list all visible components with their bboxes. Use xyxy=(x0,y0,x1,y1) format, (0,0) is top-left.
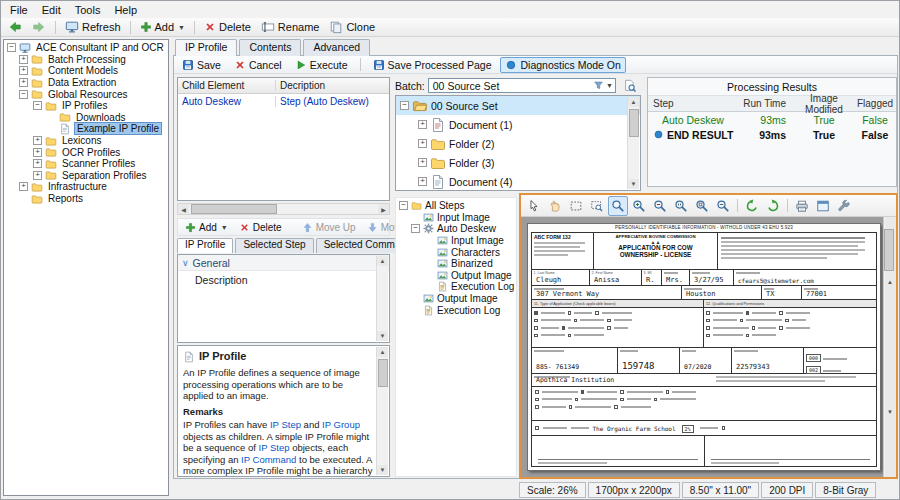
child-table-row[interactable]: Auto Deskew Step (Auto Deskew) xyxy=(178,94,389,108)
scroll-thumb[interactable] xyxy=(884,229,894,271)
nav-item-infrastructure[interactable]: Infrastructure xyxy=(4,181,168,193)
tab-ip-profile[interactable]: IP Profile xyxy=(175,39,237,56)
cancel-button[interactable]: Cancel xyxy=(230,58,286,72)
step-item-auto-deskew[interactable]: Auto Deskew xyxy=(396,223,516,235)
tree-expander[interactable] xyxy=(418,139,427,148)
batch-item-document-1[interactable]: Document (1) xyxy=(396,115,640,134)
scroll-up-arrow[interactable]: ▲ xyxy=(377,347,388,357)
scroll-right-arrow[interactable]: ▶ xyxy=(378,204,389,214)
step-item-all-steps[interactable]: All Steps xyxy=(396,200,516,212)
rename-button[interactable]: Rename xyxy=(257,19,324,35)
nav-item-data-extraction[interactable]: Data Extraction xyxy=(4,77,168,89)
nav-item-downloads[interactable]: Downloads xyxy=(4,112,168,124)
tree-expander[interactable] xyxy=(418,177,427,186)
nav-item-root[interactable]: ACE Consultant IP and OCR xyxy=(4,42,168,54)
tab-edit-ip-profile[interactable]: IP Profile xyxy=(177,238,233,253)
nav-item-ip-profiles[interactable]: IP Profiles xyxy=(4,100,168,112)
rotate-left-button[interactable] xyxy=(742,196,762,216)
tree-expander[interactable] xyxy=(19,78,28,87)
batch-item-folder-2[interactable]: Folder (2) xyxy=(396,134,640,153)
link-ip-step-2[interactable]: IP Step xyxy=(259,442,290,453)
tab-contents[interactable]: Contents xyxy=(239,39,301,56)
step-item-output-image[interactable]: Output Image xyxy=(396,293,516,305)
zoom-actual-button[interactable] xyxy=(671,196,691,216)
nav-item-lexicons[interactable]: Lexicons xyxy=(4,135,168,147)
pointer-tool-button[interactable] xyxy=(524,196,544,216)
execute-button[interactable]: Execute xyxy=(291,58,352,72)
tree-expander[interactable] xyxy=(399,201,408,210)
select-region-button[interactable] xyxy=(566,196,586,216)
zoom-in-button[interactable] xyxy=(629,196,649,216)
tree-expander[interactable] xyxy=(400,101,409,110)
tree-expander[interactable] xyxy=(33,136,42,145)
batch-item-source-set[interactable]: 00 Source Set xyxy=(396,96,640,115)
scroll-thumb[interactable] xyxy=(191,204,277,214)
menu-file[interactable]: File xyxy=(3,3,35,17)
save-button[interactable]: Save xyxy=(178,58,225,72)
tree-expander[interactable] xyxy=(33,171,42,180)
viewer-canvas[interactable]: PERSONALLY IDENTIFIABLE INFORMATION - WI… xyxy=(521,217,884,477)
tree-expander[interactable] xyxy=(33,148,42,157)
property-description[interactable]: Description xyxy=(178,271,389,286)
nav-item-ocr-profiles[interactable]: OCR Profiles xyxy=(4,146,168,158)
tree-expander[interactable] xyxy=(19,66,28,75)
link-ip-command[interactable]: IP Command xyxy=(241,454,296,465)
magnifier-tool-button[interactable] xyxy=(608,196,628,216)
batch-combo[interactable]: 00 Source Set▼ xyxy=(428,78,616,93)
nav-item-content-models[interactable]: Content Models xyxy=(4,65,168,77)
result-row-auto-deskew[interactable]: Auto Deskew 93ms True False xyxy=(648,112,896,127)
window-button[interactable] xyxy=(813,196,833,216)
property-section-general[interactable]: ∨General xyxy=(178,255,389,271)
property-grid-scrollbar[interactable]: ▲▼ xyxy=(376,256,388,341)
menu-tools[interactable]: Tools xyxy=(68,3,108,17)
tree-expander[interactable] xyxy=(7,43,16,52)
menu-help[interactable]: Help xyxy=(107,3,144,17)
scroll-down-arrow[interactable]: ▼ xyxy=(377,331,388,341)
step-item-execution-log[interactable]: Execution Log xyxy=(396,304,516,316)
scroll-thumb[interactable] xyxy=(629,109,639,137)
tree-expander[interactable] xyxy=(19,182,28,191)
scroll-down-arrow[interactable]: ▼ xyxy=(885,347,896,477)
forward-button[interactable] xyxy=(28,19,50,35)
batch-tree-scrollbar[interactable]: ▲▼ xyxy=(627,97,639,189)
tree-expander[interactable] xyxy=(411,224,420,233)
column-flagged[interactable]: Flagged xyxy=(856,98,894,109)
delete-button[interactable]: Delete xyxy=(200,20,255,34)
step-item-binarized[interactable]: Binarized xyxy=(396,258,516,270)
batch-item-document-4[interactable]: Document (4) xyxy=(396,172,640,191)
zoom-out-button[interactable] xyxy=(650,196,670,216)
print-button[interactable] xyxy=(792,196,812,216)
nav-item-batch-processing[interactable]: Batch Processing xyxy=(4,54,168,66)
scroll-up-arrow[interactable]: ▲ xyxy=(628,97,639,107)
scroll-down-arrow[interactable]: ▼ xyxy=(377,465,388,475)
scroll-up-arrow[interactable]: ▲ xyxy=(377,256,388,266)
step-item-deskew-execution-log[interactable]: Execution Log xyxy=(396,281,516,293)
nav-item-global-resources[interactable]: Global Resources xyxy=(4,88,168,100)
tree-expander[interactable] xyxy=(33,159,42,168)
scroll-left-arrow[interactable]: ◀ xyxy=(178,204,189,214)
zoom-fit-button[interactable] xyxy=(692,196,712,216)
column-run-time[interactable]: Run Time xyxy=(740,98,792,109)
tab-advanced[interactable]: Advanced xyxy=(303,39,370,56)
scroll-thumb[interactable] xyxy=(378,359,388,387)
result-row-end-result[interactable]: END RESULT 93ms True False xyxy=(648,127,896,142)
clone-button[interactable]: Clone xyxy=(325,19,379,35)
link-ip-step[interactable]: IP Step xyxy=(270,419,301,430)
step-item-input-image[interactable]: Input Image xyxy=(396,212,516,224)
tree-expander[interactable] xyxy=(418,120,427,129)
refresh-button[interactable]: Refresh xyxy=(61,19,125,35)
column-image-modified[interactable]: Image Modified xyxy=(792,93,856,115)
help-panel-scrollbar[interactable]: ▲▼ xyxy=(376,347,388,475)
menu-edit[interactable]: Edit xyxy=(35,3,68,17)
tree-expander[interactable] xyxy=(19,90,28,99)
scroll-down-arrow[interactable]: ▼ xyxy=(628,179,639,189)
edit-delete-button[interactable]: Delete xyxy=(235,221,286,234)
view-page-button[interactable] xyxy=(619,78,641,94)
nav-item-scanner-profiles[interactable]: Scanner Profiles xyxy=(4,158,168,170)
tree-expander[interactable] xyxy=(33,101,42,110)
rotate-right-button[interactable] xyxy=(763,196,783,216)
save-processed-page-button[interactable]: Save Processed Page xyxy=(369,58,496,72)
move-up-button[interactable]: Move Up xyxy=(298,221,360,234)
tree-expander[interactable] xyxy=(418,158,427,167)
pan-tool-button[interactable] xyxy=(545,196,565,216)
